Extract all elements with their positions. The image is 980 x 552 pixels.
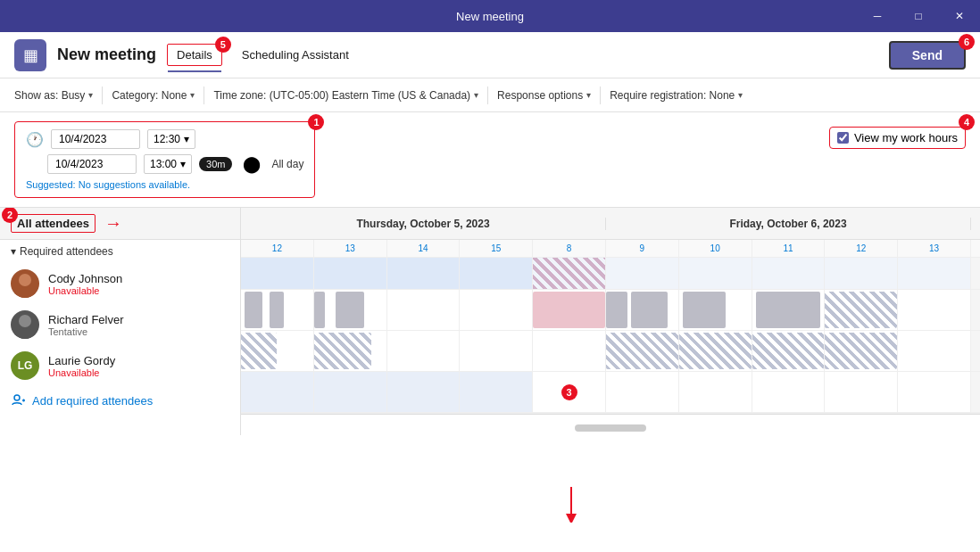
toolbar-sep-2 xyxy=(203,87,204,104)
title-bar: New meeting ─ □ ✕ xyxy=(0,0,980,32)
hour-12-fri: 12 xyxy=(825,240,898,257)
work-hours-container: 4 View my work hours xyxy=(829,121,966,149)
all-att-cell-7 xyxy=(752,258,826,289)
laurie-cell-1 xyxy=(314,372,387,412)
timezone-dropdown[interactable]: Time zone: (UTC-05:00) Eastern Time (US … xyxy=(213,89,478,102)
header-left: ▦ New meeting Details 5 Scheduling Assis… xyxy=(14,39,358,71)
window-controls: ─ □ ✕ xyxy=(857,0,980,32)
app-icon-symbol: ▦ xyxy=(23,45,38,65)
richard-busy-4 xyxy=(679,333,752,369)
attendee-richard-felver: Richard Felver Tentative xyxy=(0,304,240,345)
duration-badge: 30m xyxy=(199,157,232,171)
laurie-status: Unavailable xyxy=(48,367,115,378)
category-dropdown[interactable]: Category: None ▾ xyxy=(112,89,195,102)
laurie-cell-2 xyxy=(387,372,461,412)
scroll-thumb[interactable] xyxy=(575,424,646,432)
start-date-input[interactable] xyxy=(51,129,140,149)
expand-icon[interactable]: ▾ xyxy=(11,245,16,258)
cody-busy-8 xyxy=(756,292,821,328)
cody-status: Unavailable xyxy=(48,285,122,296)
response-options-dropdown[interactable]: Response options ▾ xyxy=(497,89,591,102)
cody-busy-6 xyxy=(631,292,667,328)
scheduling-tab[interactable]: Scheduling Assistant xyxy=(233,45,358,65)
scroll-indicator-row xyxy=(241,414,980,435)
hour-12-thu: 12 xyxy=(241,240,314,257)
attendee-laurie-gordy: LG Laurie Gordy Unavailable xyxy=(0,345,240,386)
avatar-cody xyxy=(11,269,39,298)
all-att-crosshatch xyxy=(533,258,605,289)
cody-name: Cody Johnson xyxy=(48,272,122,285)
hour-8-fri: 8 xyxy=(533,240,606,257)
richard-cell-4 xyxy=(533,331,606,371)
avatar-richard xyxy=(11,310,39,339)
richard-cell-7 xyxy=(752,331,826,371)
require-reg-dropdown[interactable]: Require registration: None ▾ xyxy=(610,89,743,102)
richard-cell-2 xyxy=(387,331,461,371)
all-att-cell-5 xyxy=(606,258,679,289)
laurie-cell-4: 3 xyxy=(533,372,606,412)
attendees-panel: 2 All attendees → ▾ Required attendees C… xyxy=(0,208,241,435)
required-section-label: Required attendees xyxy=(20,245,113,258)
cody-cell-0 xyxy=(241,290,314,330)
close-button[interactable]: ✕ xyxy=(939,0,980,32)
require-reg-label: Require registration: None xyxy=(610,89,735,102)
end-time-select[interactable]: 13:00 ▾ xyxy=(144,154,192,174)
richard-cell-8 xyxy=(825,331,898,371)
calendar-days-header: Thursday, October 5, 2023 Friday, Octobe… xyxy=(241,208,980,240)
show-as-dropdown[interactable]: Show as: Busy ▾ xyxy=(14,89,93,102)
send-btn-container: Send 6 xyxy=(889,41,966,70)
calendar-grid: Thursday, October 5, 2023 Friday, Octobe… xyxy=(241,208,980,435)
richard-busy-3 xyxy=(606,333,678,369)
richard-cell-9 xyxy=(898,331,971,371)
minimize-button[interactable]: ─ xyxy=(857,0,898,32)
send-button[interactable]: Send xyxy=(889,41,966,70)
richard-status: Tentative xyxy=(48,326,124,337)
richard-info: Richard Felver Tentative xyxy=(48,313,124,337)
richard-cell-0 xyxy=(241,331,314,371)
cody-cell-4 xyxy=(533,290,606,330)
badge-1: 1 xyxy=(308,114,324,130)
hour-10-fri: 10 xyxy=(679,240,752,257)
work-hours-label[interactable]: View my work hours xyxy=(854,131,958,144)
suggested-text: Suggested: No suggestions available. xyxy=(26,179,303,190)
badge-2-container: 2 All attendees xyxy=(11,214,96,233)
svg-point-3 xyxy=(14,328,36,339)
cody-cell-7 xyxy=(752,290,826,330)
laurie-scrollbar xyxy=(971,372,980,412)
hour-13-thu: 13 xyxy=(314,240,387,257)
end-date-input[interactable] xyxy=(47,154,137,174)
cody-cell-9 xyxy=(898,290,971,330)
toolbar-sep-3 xyxy=(487,87,488,104)
start-time-value: 12:30 xyxy=(154,133,180,145)
start-time-select[interactable]: 12:30 ▾ xyxy=(147,129,195,149)
cody-cell-8 xyxy=(825,290,898,330)
meeting-title: New meeting xyxy=(57,45,156,64)
cody-info: Cody Johnson Unavailable xyxy=(48,272,122,296)
start-time-chevron: ▾ xyxy=(184,133,189,145)
all-att-cell-9 xyxy=(898,258,971,289)
svg-point-1 xyxy=(14,287,36,298)
all-att-cell-8 xyxy=(825,258,898,289)
work-hours-checkbox[interactable] xyxy=(837,132,849,144)
clock-icon: 🕐 xyxy=(26,131,44,148)
avatar-laurie: LG xyxy=(11,351,39,380)
laurie-cell-9 xyxy=(898,372,971,412)
cody-cell-3 xyxy=(460,290,533,330)
add-required-attendees[interactable]: Add required attendees xyxy=(0,386,240,415)
cody-scrollbar xyxy=(971,290,980,330)
window-title: New meeting xyxy=(456,10,524,23)
show-as-chevron: ▾ xyxy=(88,90,93,100)
attendee-cody-johnson: Cody Johnson Unavailable xyxy=(0,263,240,304)
cody-busy-2 xyxy=(270,292,284,328)
cody-busy-7 xyxy=(683,292,726,328)
maximize-button[interactable]: □ xyxy=(898,0,939,32)
details-tab[interactable]: Details xyxy=(167,44,222,66)
laurie-cell-8 xyxy=(825,372,898,412)
badge-1-container: 1 🕐 12:30 ▾ 13:00 ▾ 30m ⬤ All day xyxy=(14,121,315,198)
hour-scrollbar-space xyxy=(971,240,980,257)
toolbar: Show as: Busy ▾ Category: None ▾ Time zo… xyxy=(0,78,980,112)
allday-toggle[interactable]: ⬤ xyxy=(243,154,261,174)
details-tab-container: Details 5 xyxy=(167,44,222,66)
richard-scrollbar xyxy=(971,331,980,371)
panel-header: 2 All attendees → xyxy=(0,208,240,240)
